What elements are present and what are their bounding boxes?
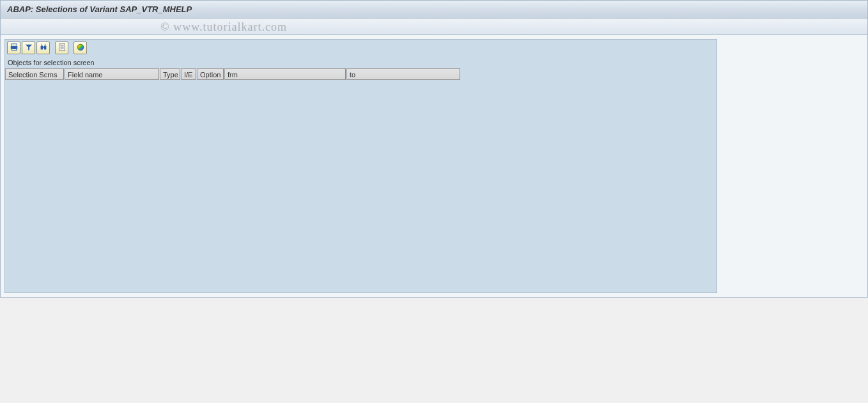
col-header-option[interactable]: Option xyxy=(197,68,224,80)
col-header-ie[interactable]: I/E xyxy=(181,68,196,80)
save-icon xyxy=(39,43,48,53)
filter-button[interactable] xyxy=(22,42,35,54)
table-header: Selection Scrns Field name Type I/E Opti… xyxy=(5,68,717,80)
title-bar: ABAP: Selections of Variant SAP_VTR_MHEL… xyxy=(1,1,867,19)
col-header-to[interactable]: to xyxy=(346,68,460,80)
print-icon xyxy=(10,43,19,53)
svg-rect-3 xyxy=(40,45,43,49)
page-title: ABAP: Selections of Variant SAP_VTR_MHEL… xyxy=(7,4,192,14)
svg-rect-1 xyxy=(10,46,17,49)
svg-rect-5 xyxy=(43,47,44,48)
svg-rect-0 xyxy=(11,44,17,47)
print-button[interactable] xyxy=(7,42,20,54)
app-window: ABAP: Selections of Variant SAP_VTR_MHEL… xyxy=(0,0,868,298)
col-header-field-name[interactable]: Field name xyxy=(65,68,159,80)
col-header-type[interactable]: Type xyxy=(160,68,180,80)
filter-icon xyxy=(24,43,33,53)
export-icon xyxy=(58,43,66,53)
content-area: Objects for selection screen Selection S… xyxy=(1,35,867,297)
icon-toolbar xyxy=(5,40,717,56)
watermark-text: © www.tutorialkart.com xyxy=(160,20,287,33)
sub-toolbar: © www.tutorialkart.com xyxy=(1,19,867,35)
svg-rect-8 xyxy=(59,44,65,51)
svg-rect-4 xyxy=(43,45,46,49)
layout-button[interactable] xyxy=(74,42,87,54)
save-button[interactable] xyxy=(36,42,50,54)
col-header-selection-scrns[interactable]: Selection Scrns xyxy=(5,68,64,80)
export-button[interactable] xyxy=(55,42,68,54)
section-label: Objects for selection screen xyxy=(5,56,717,68)
main-panel: Objects for selection screen Selection S… xyxy=(4,39,717,293)
col-header-frm[interactable]: frm xyxy=(224,68,346,80)
svg-rect-2 xyxy=(12,49,16,51)
svg-point-13 xyxy=(77,44,84,50)
layout-icon xyxy=(76,43,85,53)
